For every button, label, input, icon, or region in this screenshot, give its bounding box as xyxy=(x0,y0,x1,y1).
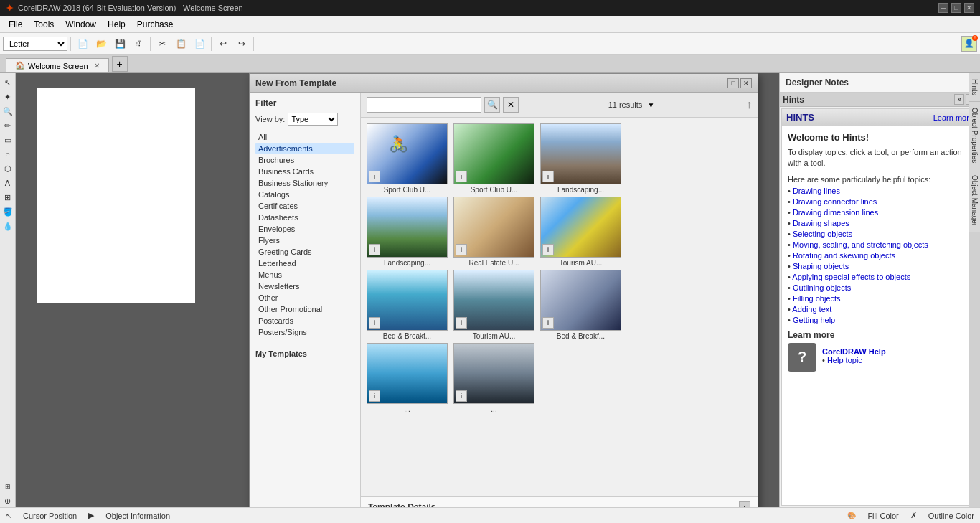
filter-other[interactable]: Other xyxy=(255,292,354,303)
text-tool[interactable]: A xyxy=(1,176,14,189)
learn-more-link[interactable]: Learn more xyxy=(933,113,974,122)
hint-getting-help[interactable]: Getting help xyxy=(788,316,972,324)
help-topic-link[interactable]: Help topic xyxy=(822,356,886,364)
thumb-info-6[interactable]: i xyxy=(542,244,554,255)
hints-expand-btn[interactable]: » xyxy=(954,94,964,105)
titlebar-minimize[interactable]: ─ xyxy=(938,3,948,13)
new-btn[interactable]: 📄 xyxy=(74,36,91,52)
hint-shaping[interactable]: Shaping objects xyxy=(788,262,972,270)
filter-flyers[interactable]: Flyers xyxy=(255,235,354,246)
thumb-info-5[interactable]: i xyxy=(456,244,467,255)
redo-btn[interactable]: ↪ xyxy=(233,36,250,52)
filter-letterhead[interactable]: Letterhead xyxy=(255,258,354,269)
template-card-7[interactable]: i Bed & Breakf... xyxy=(367,270,448,340)
zoom-tool[interactable]: 🔍 xyxy=(1,105,14,118)
menu-file[interactable]: File xyxy=(3,18,28,31)
thumb-info-8[interactable]: i xyxy=(456,317,467,329)
view-by-select[interactable]: Type xyxy=(288,113,338,126)
filter-envelopes[interactable]: Envelopes xyxy=(255,223,354,235)
filter-business-stationery[interactable]: Business Stationery xyxy=(255,177,354,189)
snap-btn[interactable]: ⊞ xyxy=(1,480,14,493)
object-manager-tab[interactable]: Object Manager xyxy=(969,169,980,232)
copy-btn[interactable]: 📋 xyxy=(172,36,189,52)
titlebar-controls[interactable]: ─ □ ✕ xyxy=(938,3,974,13)
freehand-tool[interactable]: ✏ xyxy=(1,119,14,132)
filter-brochures[interactable]: Brochures xyxy=(255,154,354,166)
filter-posters-signs[interactable]: Posters/Signs xyxy=(255,326,354,338)
template-card-3[interactable]: i Landscaping... xyxy=(540,123,621,194)
paste-btn[interactable]: 📄 xyxy=(191,36,208,52)
help-icon[interactable]: ? xyxy=(788,343,816,372)
open-btn[interactable]: 📂 xyxy=(93,36,110,52)
filter-all[interactable]: All xyxy=(255,131,354,143)
add-tab-btn[interactable]: + xyxy=(112,56,128,72)
object-properties-tab[interactable]: Object Properties xyxy=(969,102,980,169)
hints-tab[interactable]: Hints xyxy=(969,73,980,102)
template-card-9[interactable]: i Bed & Breakf... xyxy=(540,270,621,340)
template-card-6[interactable]: i Tourism AU... xyxy=(540,197,621,267)
menu-tools[interactable]: Tools xyxy=(28,18,60,31)
dialog-close-btn[interactable]: ✕ xyxy=(740,78,752,88)
template-card-8[interactable]: i Tourism AU... xyxy=(453,270,534,340)
ellipse-tool[interactable]: ○ xyxy=(1,148,14,161)
coreldraw-help-link[interactable]: CorelDRAW Help xyxy=(822,347,886,356)
filter-certificates[interactable]: Certificates xyxy=(255,200,354,212)
filter-menus[interactable]: Menus xyxy=(255,269,354,281)
thumb-info-1[interactable]: i xyxy=(369,171,380,182)
rectangle-tool[interactable]: ▭ xyxy=(1,133,14,146)
filter-other-promotional[interactable]: Other Promotional xyxy=(255,303,354,315)
details-collapse-btn[interactable]: ▲ xyxy=(739,501,750,507)
hint-drawing-lines[interactable]: Drawing lines xyxy=(788,187,972,195)
thumb-info-9[interactable]: i xyxy=(542,317,554,329)
search-btn[interactable]: 🔍 xyxy=(484,97,500,113)
template-card-11[interactable]: i ... xyxy=(453,343,534,413)
hint-drawing-shapes[interactable]: Drawing shapes xyxy=(788,219,972,227)
filter-datasheets[interactable]: Datasheets xyxy=(255,212,354,223)
undo-btn[interactable]: ↩ xyxy=(215,36,232,52)
template-card-10[interactable]: i ... xyxy=(367,343,448,413)
hint-connector-lines[interactable]: Drawing connector lines xyxy=(788,197,972,206)
titlebar-maximize[interactable]: □ xyxy=(951,3,961,13)
eyedropper-tool[interactable]: 💧 xyxy=(1,220,14,232)
my-templates[interactable]: My Templates xyxy=(255,349,354,358)
search-input[interactable] xyxy=(367,97,481,113)
hint-special-effects[interactable]: Applying special effects to objects xyxy=(788,273,972,281)
hint-rotating[interactable]: Rotating and skewing objects xyxy=(788,251,972,260)
sort-btn[interactable]: ▼ xyxy=(645,99,656,110)
clear-search-btn[interactable]: ✕ xyxy=(503,97,519,113)
tab-welcome-screen[interactable]: 🏠 Welcome Screen ✕ xyxy=(6,58,109,72)
filter-catalogs[interactable]: Catalogs xyxy=(255,189,354,200)
table-tool[interactable]: ⊞ xyxy=(1,191,14,204)
template-card-4[interactable]: i Landscaping... xyxy=(367,197,448,267)
thumb-info-2[interactable]: i xyxy=(456,171,467,182)
hint-selecting[interactable]: Selecting objects xyxy=(788,230,972,238)
thumb-info-7[interactable]: i xyxy=(369,317,380,329)
crosshair-btn[interactable]: ⊕ xyxy=(1,494,14,507)
filter-advertisements[interactable]: Advertisements xyxy=(255,143,354,154)
print-btn[interactable]: 🖨 xyxy=(130,36,147,52)
hint-dimension-lines[interactable]: Drawing dimension lines xyxy=(788,208,972,217)
polygon-tool[interactable]: ⬡ xyxy=(1,162,14,175)
menu-help[interactable]: Help xyxy=(102,18,131,31)
filter-business-cards[interactable]: Business Cards xyxy=(255,166,354,177)
menu-window[interactable]: Window xyxy=(60,18,102,31)
dialog-maximize-btn[interactable]: □ xyxy=(727,78,739,88)
cut-btn[interactable]: ✂ xyxy=(154,36,171,52)
select-tool[interactable]: ↖ xyxy=(1,76,14,89)
document-size-select[interactable]: Letter xyxy=(3,37,67,51)
filter-postcards[interactable]: Postcards xyxy=(255,315,354,326)
hint-filling[interactable]: Filling objects xyxy=(788,294,972,303)
menu-purchase[interactable]: Purchase xyxy=(131,18,179,31)
template-card-5[interactable]: i Real Estate U... xyxy=(453,197,534,267)
hint-moving[interactable]: Moving, scaling, and stretching objects xyxy=(788,240,972,249)
upload-icon-btn[interactable]: ↑ xyxy=(746,98,752,111)
user-icon-btn[interactable]: 👤 ! xyxy=(961,36,977,52)
thumb-info-10[interactable]: i xyxy=(369,390,380,402)
hint-outlining[interactable]: Outlining objects xyxy=(788,283,972,292)
save-btn[interactable]: 💾 xyxy=(111,36,128,52)
thumb-info-11[interactable]: i xyxy=(456,390,467,402)
tab-close-btn[interactable]: ✕ xyxy=(94,62,100,70)
fill-tool[interactable]: 🪣 xyxy=(1,205,14,218)
filter-greeting-cards[interactable]: Greeting Cards xyxy=(255,246,354,258)
hint-adding-text[interactable]: Adding text xyxy=(788,305,972,314)
